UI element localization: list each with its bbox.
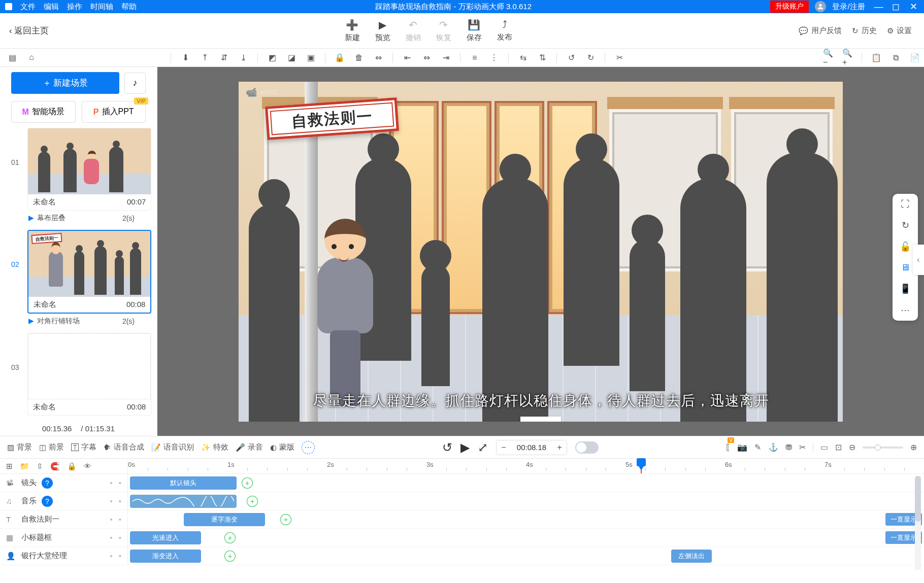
track-body[interactable]: 光速进入 一直显示 bbox=[128, 529, 924, 546]
publish-button[interactable]: ⤴发布 bbox=[497, 19, 512, 43]
crop-icon[interactable]: ✂ bbox=[614, 53, 624, 62]
paste-icon[interactable]: 📄 bbox=[910, 53, 920, 62]
spread-icon[interactable]: ⇔ bbox=[373, 53, 383, 62]
login-link[interactable]: 登录/注册 bbox=[832, 2, 865, 12]
orientation-icon[interactable]: ↻ bbox=[902, 220, 909, 231]
save-button[interactable]: 💾保存 bbox=[467, 19, 482, 43]
menu-file[interactable]: 文件 bbox=[20, 2, 36, 12]
zoom-timeline-in-icon[interactable]: ⊕ bbox=[910, 442, 917, 452]
upgrade-button[interactable]: 升级账户 bbox=[770, 1, 809, 13]
camera-tool-icon[interactable]: 📷 bbox=[737, 442, 747, 452]
cut-tool-icon[interactable]: ✂ bbox=[799, 442, 806, 452]
rotate-right-icon[interactable]: ↻ bbox=[585, 53, 596, 62]
filter-tool-icon[interactable]: ⛃ bbox=[785, 442, 792, 452]
align-top-icon[interactable]: ⤒ bbox=[200, 53, 210, 62]
marker-start-icon[interactable]: ⟦ bbox=[726, 442, 730, 452]
zoom-out-icon[interactable]: 🔍− bbox=[823, 48, 833, 67]
align-right-icon[interactable]: ⇥ bbox=[441, 53, 451, 62]
subtitle-tool[interactable]: 🅃字幕 bbox=[71, 442, 96, 452]
scene-card[interactable]: 未命名00:07 bbox=[27, 128, 151, 211]
clip-text[interactable]: 逐字渐变 bbox=[184, 513, 265, 526]
music-button[interactable]: ♪ bbox=[124, 73, 146, 94]
rotate-left-icon[interactable]: ↺ bbox=[566, 53, 576, 62]
play-button[interactable]: ▶ bbox=[460, 440, 470, 455]
back-button[interactable]: ‹ 返回主页 bbox=[0, 25, 58, 37]
collapse-icon[interactable]: ⇳ bbox=[37, 462, 43, 471]
fullscreen-icon[interactable]: ⛶ bbox=[901, 199, 910, 210]
feedback-button[interactable]: 💬用户反馈 bbox=[799, 26, 842, 36]
clip-music[interactable] bbox=[130, 495, 237, 508]
track-header-box[interactable]: ▦ 小标题框 •• bbox=[0, 529, 128, 546]
undo-button[interactable]: ↶撤销 bbox=[406, 19, 421, 43]
right-panel-toggle[interactable]: ‹ bbox=[913, 245, 924, 275]
flip-h-icon[interactable]: ⇆ bbox=[518, 53, 528, 62]
menu-timeline[interactable]: 时间轴 bbox=[90, 2, 113, 12]
asr-tool[interactable]: 📝语音识别 bbox=[151, 442, 194, 452]
more-icon[interactable]: ⋯ bbox=[901, 304, 910, 316]
track-header-music[interactable]: ♫ 音乐 ? •• bbox=[0, 492, 128, 510]
expand-panel-button[interactable]: ⌄ bbox=[520, 417, 561, 422]
align-middle-icon[interactable]: ⇵ bbox=[219, 53, 229, 62]
distribute-h-icon[interactable]: ≡ bbox=[470, 53, 480, 62]
tts-tool[interactable]: 🗣语音合成 bbox=[104, 442, 144, 452]
track-body[interactable]: 渐变进入 左侧淡出 bbox=[128, 547, 924, 565]
folder-icon[interactable]: 📁 bbox=[20, 462, 29, 471]
settings-button[interactable]: ⚙设置 bbox=[887, 26, 912, 36]
align-center-icon[interactable]: ⇔ bbox=[421, 53, 432, 62]
redo-button[interactable]: ↷恢复 bbox=[436, 19, 451, 43]
copy-icon[interactable]: ⧉ bbox=[890, 53, 901, 62]
subtitle-text[interactable]: 尽量走在人群边缘。抓住路灯杆以稳住身体，待人群过去后，迅速离开 bbox=[239, 391, 843, 410]
rewind-button[interactable]: ↺ bbox=[442, 440, 452, 455]
track-body[interactable]: 默认镜头 bbox=[128, 474, 924, 492]
clip-camera[interactable]: 默认镜头 bbox=[130, 476, 237, 490]
character-boy[interactable] bbox=[312, 219, 378, 406]
time-minus-button[interactable]: − bbox=[497, 440, 511, 455]
lock-tracks-icon[interactable]: 🔒 bbox=[67, 462, 77, 471]
help-icon[interactable]: ? bbox=[42, 477, 53, 489]
layers-icon[interactable]: ▤ bbox=[7, 53, 17, 62]
help-icon[interactable]: ? bbox=[42, 496, 53, 507]
avatar-icon[interactable] bbox=[815, 1, 826, 12]
expand-view-button[interactable]: ⤢ bbox=[478, 440, 488, 455]
track-header-text[interactable]: T 自救法则一 •• bbox=[0, 510, 128, 528]
scene-card-selected[interactable]: 自救法则一 未命名00:08 bbox=[27, 230, 151, 314]
track-body[interactable] bbox=[128, 492, 924, 510]
new-scene-button[interactable]: ＋ 新建场景 bbox=[11, 72, 119, 94]
device-desktop-icon[interactable]: 🖥 bbox=[901, 262, 910, 273]
menu-action[interactable]: 操作 bbox=[67, 2, 82, 12]
play-transition-icon[interactable]: ▶ bbox=[28, 317, 34, 325]
clip-character[interactable]: 渐变进入 bbox=[130, 550, 201, 563]
ai-scene-button[interactable]: M智能场景 bbox=[11, 101, 76, 123]
add-keyframe-button[interactable] bbox=[222, 530, 238, 545]
mask-tool[interactable]: ◐蒙版 bbox=[270, 442, 294, 452]
add-keyframe-button[interactable] bbox=[278, 511, 293, 527]
menu-help[interactable]: 帮助 bbox=[121, 2, 137, 12]
canvas[interactable]: 自救法则一 尽量走在人群边缘。抓住路灯杆以稳住身体，待人群过去后，迅速离开 📹 … bbox=[239, 82, 843, 422]
fit-icon[interactable]: ⊡ bbox=[835, 442, 842, 452]
delete-icon[interactable]: 🗑 bbox=[354, 53, 364, 62]
device-mobile-icon[interactable]: 📱 bbox=[900, 283, 911, 294]
clipboard-icon[interactable]: 📋 bbox=[871, 53, 881, 62]
flip-v-icon[interactable]: ⇅ bbox=[537, 53, 547, 62]
preview-button[interactable]: ▶预览 bbox=[375, 19, 390, 43]
bg-tool[interactable]: ▨背景 bbox=[7, 442, 32, 452]
add-track-icon[interactable]: ⊞ bbox=[6, 462, 13, 471]
add-keyframe-button[interactable] bbox=[222, 548, 238, 564]
visibility-icon[interactable]: 👁 bbox=[84, 462, 91, 470]
zoom-timeline-out-icon[interactable]: ⊖ bbox=[849, 442, 855, 452]
home-icon[interactable]: ⌂ bbox=[26, 53, 37, 62]
history-button[interactable]: ↻历史 bbox=[852, 26, 877, 36]
timeline-scrollbar[interactable] bbox=[915, 476, 921, 570]
time-ruler[interactable]: 0s1s2s3s4s5s6s7s8s bbox=[128, 459, 924, 473]
maximize-button[interactable]: ◻ bbox=[888, 1, 904, 12]
marker-icon[interactable]: ▭ bbox=[820, 442, 828, 452]
close-button[interactable]: ✕ bbox=[906, 1, 921, 12]
anchor-tool-icon[interactable]: ⚓ bbox=[768, 442, 778, 452]
menu-edit[interactable]: 编辑 bbox=[44, 2, 59, 12]
fx-tool[interactable]: ✨特效 bbox=[201, 442, 228, 452]
track-header-character[interactable]: 👤 银行大堂经理 •• bbox=[0, 547, 128, 565]
add-keyframe-button[interactable] bbox=[239, 475, 255, 491]
clip-character-out[interactable]: 左侧淡出 bbox=[671, 550, 712, 563]
snap-toggle[interactable] bbox=[575, 441, 599, 454]
align-bottom-icon[interactable]: ⤓ bbox=[238, 53, 248, 62]
